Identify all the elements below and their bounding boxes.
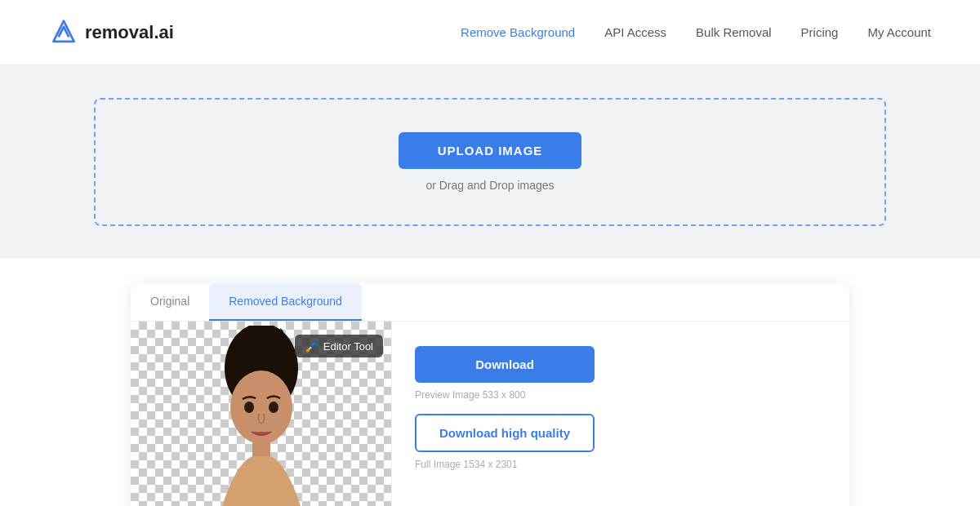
preview-tabs: Original Removed Background: [131, 283, 849, 322]
upload-dropzone[interactable]: UPLOAD IMAGE or Drag and Drop images: [94, 98, 886, 226]
tab-removed-background[interactable]: Removed Background: [209, 283, 362, 321]
download-panel: Download Preview Image 533 x 800 Downloa…: [392, 322, 849, 506]
nav-item-api-access[interactable]: API Access: [604, 25, 666, 39]
preview-section: Original Removed Background 🖌️ Editor To…: [0, 259, 980, 506]
logo-text: removal.ai: [85, 22, 174, 43]
download-button[interactable]: Download: [415, 346, 595, 383]
upload-hint: or Drag and Drop images: [425, 179, 554, 192]
download-hq-button[interactable]: Download high quality: [415, 414, 595, 452]
upload-button[interactable]: UPLOAD IMAGE: [399, 132, 582, 169]
header: removal.ai Remove Background API Access …: [0, 0, 980, 65]
editor-tool-label: Editor Tool: [323, 340, 373, 353]
full-hint: Full Image 1534 x 2301: [415, 459, 826, 470]
preview-card: Original Removed Background 🖌️ Editor To…: [131, 283, 849, 506]
svg-point-2: [244, 402, 254, 413]
nav-item-bulk-removal[interactable]: Bulk Removal: [696, 25, 772, 39]
preview-content: 🖌️ Editor Tool: [131, 322, 849, 506]
svg-rect-4: [252, 442, 270, 456]
logo[interactable]: removal.ai: [49, 18, 174, 47]
upload-section: UPLOAD IMAGE or Drag and Drop images: [0, 65, 980, 259]
brush-icon: 🖌️: [305, 340, 318, 353]
nav-item-my-account[interactable]: My Account: [867, 25, 931, 39]
preview-hint: Preview Image 533 x 800: [415, 389, 826, 401]
nav-item-pricing[interactable]: Pricing: [801, 25, 839, 39]
navigation: Remove Background API Access Bulk Remova…: [461, 25, 931, 39]
logo-icon: [49, 18, 78, 47]
tab-original[interactable]: Original: [131, 283, 209, 321]
nav-item-remove-background[interactable]: Remove Background: [461, 25, 575, 39]
editor-tool-badge[interactable]: 🖌️ Editor Tool: [295, 335, 383, 357]
image-area: 🖌️ Editor Tool: [131, 322, 392, 506]
svg-point-3: [269, 402, 278, 413]
